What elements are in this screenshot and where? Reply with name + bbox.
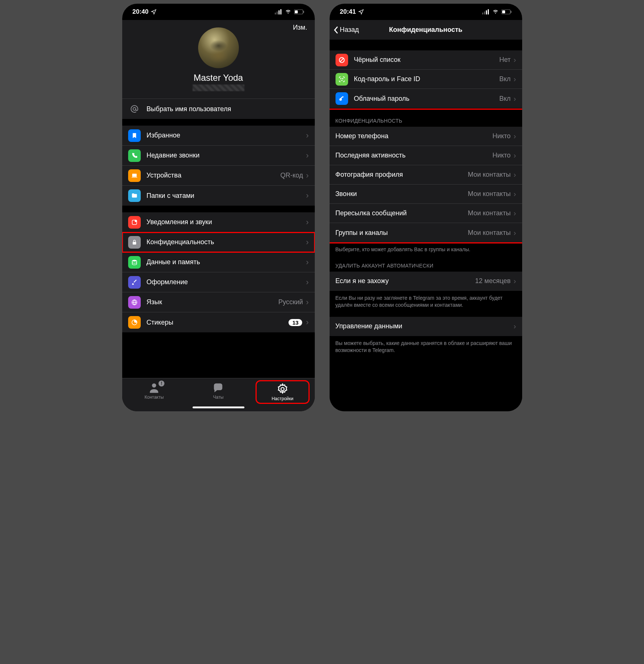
passcode-row[interactable]: Код-пароль и Face ID Вкл › [330, 70, 522, 89]
devices-row[interactable]: Устройства QR-код › [122, 166, 315, 186]
svg-rect-5 [295, 10, 298, 13]
wifi-icon [492, 9, 499, 14]
database-icon [128, 256, 141, 269]
svg-rect-24 [511, 11, 511, 13]
svg-rect-8 [132, 173, 137, 176]
chevron-right-icon: › [306, 298, 308, 307]
cellular-icon [275, 9, 282, 14]
avatar[interactable] [198, 27, 239, 68]
svg-point-13 [132, 260, 137, 262]
svg-rect-1 [277, 11, 278, 14]
chevron-right-icon: › [306, 258, 308, 267]
privacy-section-highlighted: КОНФИДЕНЦИАЛЬНОСТЬ Номер телефона Никто … [330, 110, 522, 242]
sticker-icon [128, 316, 141, 329]
phone-number-row[interactable]: Номер телефона Никто › [330, 127, 522, 146]
chevron-right-icon: › [306, 151, 308, 160]
data-storage-row[interactable]: Данные и память › [122, 252, 315, 272]
privacy-section-header: КОНФИДЕНЦИАЛЬНОСТЬ [330, 110, 522, 127]
profile-name: Master Yoda [130, 73, 307, 83]
block-icon [336, 54, 348, 66]
chevron-right-icon: › [514, 229, 516, 237]
stickers-badge: 13 [288, 319, 302, 326]
folder-icon [128, 189, 141, 202]
privacy-row[interactable]: Конфиденциальность › [122, 232, 315, 252]
forwarding-row[interactable]: Пересылка сообщений Мои контакты › [330, 204, 522, 223]
tab-chats[interactable]: Чаты [192, 381, 244, 400]
svg-point-26 [340, 78, 341, 79]
home-indicator[interactable] [193, 406, 244, 408]
svg-rect-2 [278, 10, 280, 14]
settings-screen: 20:40 Изм. Master Yoda Выбрать имя польз… [122, 4, 315, 411]
svg-rect-3 [280, 9, 281, 14]
calls-row[interactable]: Звонки Мои контакты › [330, 185, 522, 204]
status-time: 20:41 [340, 8, 356, 16]
bookmark-icon [128, 129, 141, 142]
battery-icon [501, 9, 512, 14]
chevron-right-icon: › [306, 318, 308, 327]
lock-icon [128, 236, 141, 249]
data-footer: Вы можете выбрать, какие данные хранятся… [330, 336, 522, 355]
chevron-right-icon: › [306, 171, 308, 180]
chevron-right-icon: › [514, 277, 516, 285]
cloud-password-row[interactable]: Облачный пароль Вкл › [330, 89, 522, 108]
edit-button[interactable]: Изм. [293, 24, 307, 31]
profile-header: Изм. Master Yoda [122, 20, 315, 99]
recent-calls-row[interactable]: Недавние звонки › [122, 146, 315, 166]
chevron-right-icon: › [514, 170, 516, 179]
language-row[interactable]: Язык Русский › [122, 292, 315, 312]
blocked-users-row[interactable]: Чёрный список Нет › [330, 50, 522, 70]
chevron-right-icon: › [306, 238, 308, 247]
saved-messages-row[interactable]: Избранное › [122, 126, 315, 146]
privacy-screen: 20:41 Назад Конфиденциальность Чёрный сп… [330, 4, 522, 411]
chevron-right-icon: › [514, 132, 516, 140]
svg-rect-21 [488, 9, 489, 14]
svg-point-27 [342, 78, 343, 79]
key-icon [336, 92, 348, 105]
location-icon [151, 9, 157, 15]
status-bar: 20:40 [122, 4, 315, 20]
chevron-right-icon: › [514, 75, 516, 83]
privacy-footer: Выберите, кто может добавлять Вас в груп… [330, 242, 522, 255]
chevron-right-icon: › [306, 218, 308, 227]
cellular-icon [482, 9, 490, 14]
chat-folders-row[interactable]: Папки с чатами › [122, 186, 315, 206]
set-username-row[interactable]: Выбрать имя пользователя [122, 99, 315, 119]
auto-delete-row[interactable]: Если я не захожу 12 месяцев › [330, 272, 522, 291]
location-icon [358, 9, 364, 15]
svg-point-17 [281, 388, 284, 391]
chevron-right-icon: › [514, 209, 516, 218]
at-icon [128, 103, 141, 115]
svg-rect-6 [303, 11, 304, 13]
data-management-row[interactable]: Управление данными › [330, 317, 522, 336]
svg-rect-19 [484, 11, 485, 14]
status-time: 20:40 [133, 8, 149, 16]
chevron-right-icon: › [514, 151, 516, 160]
appearance-row[interactable]: Оформление › [122, 272, 315, 292]
chevron-right-icon: › [514, 94, 516, 103]
tab-contacts[interactable]: Контакты [128, 381, 180, 400]
delete-footer: Если Вы ни разу не заглянете в Telegram … [330, 291, 522, 310]
username-label: Выбрать имя пользователя [147, 105, 309, 113]
laptop-icon [128, 169, 141, 182]
last-seen-row[interactable]: Последняя активность Никто › [330, 146, 522, 165]
brush-icon [128, 276, 141, 289]
battery-icon [294, 9, 304, 14]
stickers-row[interactable]: Стикеры 13 › [122, 312, 315, 332]
back-button[interactable]: Назад [333, 26, 359, 34]
alert-badge-icon [159, 381, 164, 386]
faceid-icon [336, 73, 348, 86]
tab-settings[interactable]: Настройки [257, 381, 308, 403]
status-bar: 20:41 [330, 4, 522, 20]
notifications-row[interactable]: Уведомления и звуки › [122, 212, 315, 232]
chevron-right-icon: › [306, 278, 308, 287]
chevron-right-icon: › [514, 56, 516, 64]
gear-icon [276, 383, 289, 395]
svg-rect-20 [486, 10, 487, 14]
chevron-right-icon: › [306, 131, 308, 140]
profile-photo-row[interactable]: Фотография профиля Мои контакты › [330, 165, 522, 185]
groups-channels-row[interactable]: Группы и каналы Мои контакты › [330, 223, 522, 242]
chevron-right-icon: › [514, 190, 516, 198]
chevron-right-icon: › [514, 322, 516, 331]
notifications-icon [128, 216, 141, 229]
svg-point-11 [135, 220, 137, 222]
